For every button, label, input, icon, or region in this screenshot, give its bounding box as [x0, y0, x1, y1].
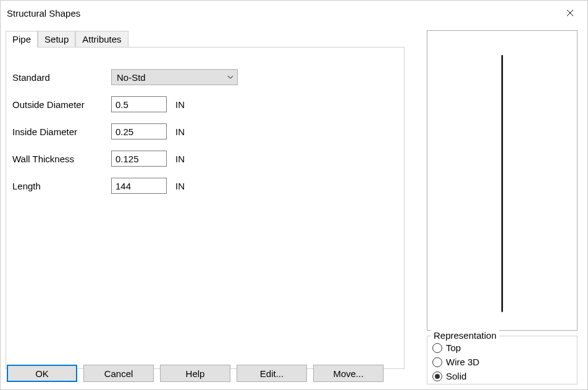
button-label: Help [186, 368, 205, 379]
tab-label: Pipe [12, 34, 31, 44]
outside-diameter-input[interactable] [111, 96, 167, 112]
representation-title: Representation [431, 330, 499, 341]
tab-attributes[interactable]: Attributes [75, 31, 128, 47]
button-label: Move... [333, 368, 363, 379]
dialog-title: Structural Shapes [7, 8, 80, 19]
edit-button[interactable]: Edit... [237, 365, 307, 382]
standard-row: Standard No-Std [12, 69, 392, 85]
radio-label: Solid [446, 371, 466, 381]
inside-diameter-input[interactable] [111, 123, 167, 139]
inside-diameter-unit: IN [175, 127, 185, 137]
radio-wire3d[interactable]: Wire 3D [432, 357, 572, 367]
chevron-down-icon [227, 75, 233, 79]
wall-thickness-unit: IN [175, 154, 185, 164]
radio-icon [432, 343, 442, 353]
tab-strip: Pipe Setup Attributes [6, 31, 128, 47]
cancel-button[interactable]: Cancel [83, 365, 154, 382]
button-label: OK [35, 368, 49, 379]
button-label: Cancel [104, 368, 133, 379]
help-button[interactable]: Help [160, 365, 230, 382]
length-input[interactable] [111, 178, 167, 194]
tab-container: Pipe Setup Attributes Standard No-Std Ou… [6, 47, 405, 369]
tab-body: Standard No-Std Outside Diameter IN Insi… [6, 48, 404, 217]
preview-panel [427, 30, 578, 331]
standard-value: No-Std [117, 72, 146, 83]
outside-diameter-row: Outside Diameter IN [12, 96, 392, 112]
standard-select[interactable]: No-Std [111, 69, 238, 85]
tab-label: Attributes [82, 34, 121, 44]
tab-label: Setup [44, 34, 69, 44]
radio-top[interactable]: Top [432, 342, 572, 353]
dialog-content: Pipe Setup Attributes Standard No-Std Ou… [1, 25, 587, 389]
radio-solid[interactable]: Solid [432, 371, 572, 381]
left-column: Pipe Setup Attributes Standard No-Std Ou… [1, 25, 421, 389]
close-icon [566, 9, 574, 17]
standard-label: Standard [12, 72, 111, 83]
ok-button[interactable]: OK [7, 365, 77, 382]
right-column: Representation Top Wire 3D Solid [421, 25, 582, 389]
wall-thickness-input[interactable] [111, 151, 167, 167]
radio-label: Wire 3D [446, 357, 479, 367]
length-label: Length [12, 181, 111, 191]
wall-thickness-row: Wall Thickness IN [12, 151, 392, 167]
pipe-preview-icon [427, 31, 577, 330]
tab-setup[interactable]: Setup [38, 31, 75, 47]
inside-diameter-row: Inside Diameter IN [12, 123, 392, 139]
length-row: Length IN [12, 178, 392, 194]
length-unit: IN [175, 181, 185, 191]
radio-icon [432, 371, 442, 381]
representation-group: Representation Top Wire 3D Solid [427, 336, 578, 384]
close-button[interactable] [553, 1, 587, 25]
titlebar: Structural Shapes [1, 1, 587, 25]
outside-diameter-unit: IN [175, 99, 185, 110]
outside-diameter-label: Outside Diameter [12, 99, 111, 110]
radio-icon [432, 357, 442, 367]
radio-label: Top [446, 342, 461, 353]
button-row: OK Cancel Help Edit... Move... [7, 365, 384, 382]
structural-shapes-dialog: Structural Shapes Pipe Setup Attributes … [0, 0, 588, 390]
move-button[interactable]: Move... [313, 365, 384, 382]
tab-pipe[interactable]: Pipe [6, 31, 38, 47]
wall-thickness-label: Wall Thickness [12, 154, 111, 164]
button-label: Edit... [260, 368, 284, 379]
inside-diameter-label: Inside Diameter [12, 127, 111, 137]
